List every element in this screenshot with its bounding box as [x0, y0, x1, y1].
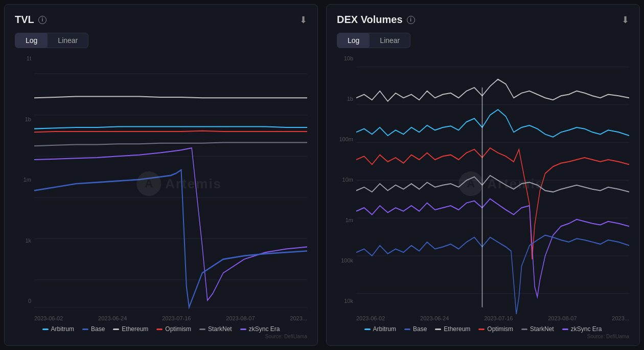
dex-legend-starknet: StarkNet: [521, 325, 554, 333]
tvl-y-axis: 1t 1b 1m 1k 0: [15, 53, 34, 314]
dex-x-axis: 2023-06-02 2023-06-24 2023-07-16 2023-08…: [337, 315, 629, 321]
dex-toggle-group: Log Linear: [337, 33, 410, 48]
dex-y-axis: 10b 1b 100m 10m 1m 100k 10k: [337, 53, 356, 314]
dex-chart-body: A Artemis: [356, 53, 629, 314]
dex-panel: DEX Volumes i ⬇ Log Linear 10b 1b 100m 1…: [326, 4, 640, 346]
tvl-x-axis: 2023-06-02 2023-06-24 2023-07-16 2023-08…: [15, 315, 307, 321]
dex-legend-dot-base: [404, 329, 410, 330]
tvl-title-text: TVL: [15, 14, 34, 26]
dex-source: Source: DefiLlama: [337, 334, 629, 339]
dex-log-btn[interactable]: Log: [337, 33, 370, 48]
legend-dot-zksync: [240, 329, 246, 330]
tvl-info-icon[interactable]: i: [38, 16, 47, 24]
tvl-log-btn[interactable]: Log: [15, 33, 48, 48]
dex-download-icon[interactable]: ⬇: [622, 14, 629, 26]
legend-ethereum: Ethereum: [113, 325, 148, 333]
dex-legend: Arbitrum Base Ethereum Optimism StarkNet…: [337, 325, 629, 333]
tvl-linear-btn[interactable]: Linear: [48, 33, 88, 48]
tvl-source: Source: DefiLlama: [15, 334, 307, 339]
dex-header: DEX Volumes i ⬇: [337, 14, 629, 26]
dex-legend-dot-optimism: [478, 329, 485, 330]
dex-legend-dot-starknet: [521, 329, 527, 330]
dex-linear-btn[interactable]: Linear: [370, 33, 410, 48]
legend-zksync: zkSync Era: [240, 325, 280, 333]
dex-title: DEX Volumes i: [337, 14, 415, 26]
tvl-legend: Arbitrum Base Ethereum Optimism StarkNet…: [15, 325, 307, 333]
legend-arbitrum: Arbitrum: [42, 325, 74, 333]
tvl-header: TVL i ⬇: [15, 14, 307, 26]
legend-dot-arbitrum: [42, 329, 49, 330]
dex-legend-optimism: Optimism: [478, 325, 513, 333]
tvl-toggle-group: Log Linear: [15, 33, 88, 48]
dex-title-text: DEX Volumes: [337, 14, 403, 26]
legend-starknet: StarkNet: [199, 325, 232, 333]
tvl-download-icon[interactable]: ⬇: [300, 14, 307, 26]
dex-info-icon[interactable]: i: [407, 16, 415, 24]
legend-dot-base: [82, 329, 88, 330]
dex-legend-dot-zksync: [562, 329, 568, 330]
dex-legend-dot-arbitrum: [364, 329, 371, 330]
tvl-title: TVL i: [15, 14, 47, 26]
legend-dot-starknet: [199, 329, 205, 330]
dex-legend-base: Base: [404, 325, 427, 333]
dex-legend-ethereum: Ethereum: [435, 325, 470, 333]
dex-legend-arbitrum: Arbitrum: [364, 325, 396, 333]
dex-legend-zksync: zkSync Era: [562, 325, 602, 333]
tvl-chart-area: 1t 1b 1m 1k 0 A Artemis: [15, 53, 307, 314]
legend-dot-optimism: [156, 329, 163, 330]
dex-chart-area: 10b 1b 100m 10m 1m 100k 10k A Artemis: [337, 53, 629, 314]
tvl-panel: TVL i ⬇ Log Linear 1t 1b 1m 1k 0 A Artem…: [4, 4, 318, 346]
dex-legend-dot-ethereum: [435, 329, 441, 330]
dex-svg: [356, 53, 629, 314]
tvl-svg: [34, 53, 307, 314]
legend-dot-ethereum: [113, 329, 119, 330]
tvl-chart-body: A Artemis: [34, 53, 307, 314]
legend-optimism: Optimism: [156, 325, 191, 333]
legend-base: Base: [82, 325, 105, 333]
